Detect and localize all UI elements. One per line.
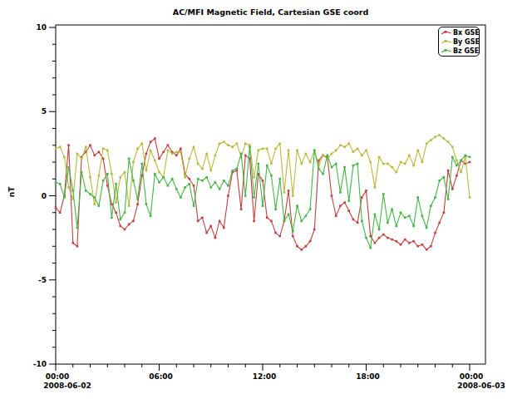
series-bz-gse-line bbox=[56, 147, 470, 248]
series-bz-gse-marker bbox=[408, 215, 411, 218]
series-bz-gse-marker bbox=[318, 168, 320, 170]
series-bz-gse-marker bbox=[115, 183, 117, 185]
series-by-gse-marker bbox=[430, 139, 432, 141]
series-bx-gse-marker bbox=[274, 232, 277, 234]
series-by-gse-marker bbox=[451, 146, 454, 149]
series-by-gse-marker bbox=[421, 161, 424, 164]
series-by-gse-marker bbox=[352, 151, 355, 154]
series-bx-gse-marker bbox=[55, 206, 57, 209]
series-by-gse-marker bbox=[111, 173, 113, 175]
series-by-gse-marker bbox=[387, 163, 389, 165]
series-bz-gse-marker bbox=[327, 155, 329, 157]
series-by-gse-marker bbox=[378, 156, 381, 159]
series-by-gse-marker bbox=[124, 171, 126, 174]
series-bz-gse-marker bbox=[102, 180, 105, 182]
series-bx-gse-marker bbox=[223, 227, 225, 229]
series-bx-gse-marker bbox=[98, 151, 101, 154]
series-by-gse-marker bbox=[426, 142, 428, 145]
series-bx-gse-marker bbox=[313, 229, 316, 231]
series-bz-gse-marker bbox=[309, 208, 312, 210]
series-bx-gse-marker bbox=[145, 153, 148, 155]
series-bx-gse-marker bbox=[76, 245, 79, 248]
x-date-label: 2008-06-03 bbox=[457, 382, 505, 390]
series-bz-gse-marker bbox=[162, 176, 165, 179]
bz-line-sample-icon bbox=[441, 47, 452, 55]
series-by-gse-marker bbox=[408, 155, 411, 157]
y-tick-label: -10 bbox=[33, 360, 47, 368]
series-bx-gse-marker bbox=[438, 222, 441, 224]
series-bx-gse-marker bbox=[201, 217, 204, 219]
series-by-gse-marker bbox=[98, 175, 101, 177]
series-bz-gse-marker bbox=[223, 180, 225, 182]
series-bz-gse-marker bbox=[175, 188, 178, 190]
series-bx-gse-marker bbox=[288, 190, 290, 192]
y-tick-label: 10 bbox=[36, 23, 47, 32]
series-bx-gse-marker bbox=[396, 240, 398, 243]
series-bz-gse-marker bbox=[171, 178, 174, 180]
series-by-gse-marker bbox=[189, 158, 191, 160]
series-bx-gse-marker bbox=[469, 161, 471, 164]
series-bx-gse-marker bbox=[357, 222, 359, 224]
legend: Bx GSE By GSE Bz GSE bbox=[438, 27, 480, 57]
series-bz-gse-marker bbox=[205, 176, 208, 179]
series-by-gse-marker bbox=[404, 163, 406, 165]
series-bx-gse-marker bbox=[244, 155, 247, 157]
series-by-gse-marker bbox=[253, 176, 255, 179]
series-bz-gse-marker bbox=[240, 153, 243, 155]
series-bz-gse-marker bbox=[85, 190, 87, 192]
series-bx-gse-marker bbox=[278, 235, 281, 238]
bx-line-sample-icon bbox=[441, 29, 452, 37]
series-by-gse-marker bbox=[322, 155, 324, 157]
series-bz-gse-marker bbox=[167, 185, 170, 187]
series-by-gse-marker bbox=[154, 160, 156, 162]
series-bz-gse-marker bbox=[391, 208, 393, 210]
series-bz-gse-marker bbox=[219, 188, 221, 190]
series-bz-gse-marker bbox=[158, 181, 160, 184]
series-by-gse-marker bbox=[136, 148, 139, 150]
series-by-gse-marker bbox=[412, 165, 415, 167]
series-bx-gse-marker bbox=[339, 204, 342, 207]
series-bx-gse-marker bbox=[456, 175, 458, 177]
series-by-gse-marker bbox=[145, 170, 148, 172]
series-by-gse-marker bbox=[305, 153, 308, 155]
series-by-gse-marker bbox=[93, 203, 96, 205]
series-by-gse-marker bbox=[456, 160, 458, 162]
series-bz-gse-marker bbox=[443, 176, 446, 179]
series-bz-gse-marker bbox=[136, 198, 139, 200]
series-bz-gse-marker bbox=[150, 215, 152, 218]
x-tick-label: 12:00 bbox=[253, 372, 277, 381]
series-by-gse-marker bbox=[438, 134, 441, 136]
series-bz-gse-marker bbox=[201, 180, 204, 182]
series-bx-gse-marker bbox=[205, 232, 208, 234]
series-bz-gse-marker bbox=[361, 220, 363, 223]
series-bx-gse-marker bbox=[214, 237, 217, 239]
series-bz-gse-marker bbox=[106, 173, 109, 175]
series-bz-gse-marker bbox=[266, 165, 268, 167]
series-by-gse-marker bbox=[120, 176, 122, 179]
series-bx-gse-marker bbox=[408, 242, 411, 244]
series-by-gse-marker bbox=[369, 161, 372, 164]
series-bz-gse-marker bbox=[132, 180, 135, 182]
series-bz-gse-marker bbox=[416, 196, 419, 199]
series-bx-gse-marker bbox=[369, 235, 372, 238]
series-bz-gse-marker bbox=[387, 222, 389, 224]
series-by-gse-marker bbox=[150, 150, 152, 152]
series-by-gse-marker bbox=[244, 142, 247, 145]
series-bz-gse-marker bbox=[343, 166, 346, 169]
series-bz-gse-marker bbox=[154, 173, 156, 175]
series-by-gse-marker bbox=[335, 150, 337, 152]
series-by-gse-marker bbox=[347, 142, 350, 145]
series-by-gse-marker bbox=[223, 140, 225, 143]
series-by-gse-marker bbox=[231, 146, 234, 149]
series-bz-gse-marker bbox=[382, 193, 385, 195]
series-bz-gse-marker bbox=[365, 237, 367, 239]
series-by-gse-marker bbox=[391, 166, 393, 169]
series-bx-gse-marker bbox=[219, 220, 221, 223]
series-bx-gse-marker bbox=[347, 209, 350, 212]
y-axis-label: nT bbox=[7, 187, 16, 198]
series-bx-gse-marker bbox=[93, 155, 96, 157]
series-bx-gse-marker bbox=[175, 155, 178, 157]
series-bx-gse-marker bbox=[132, 220, 135, 223]
series-by-gse-marker bbox=[81, 158, 83, 160]
series-bx-gse-marker bbox=[387, 237, 389, 239]
